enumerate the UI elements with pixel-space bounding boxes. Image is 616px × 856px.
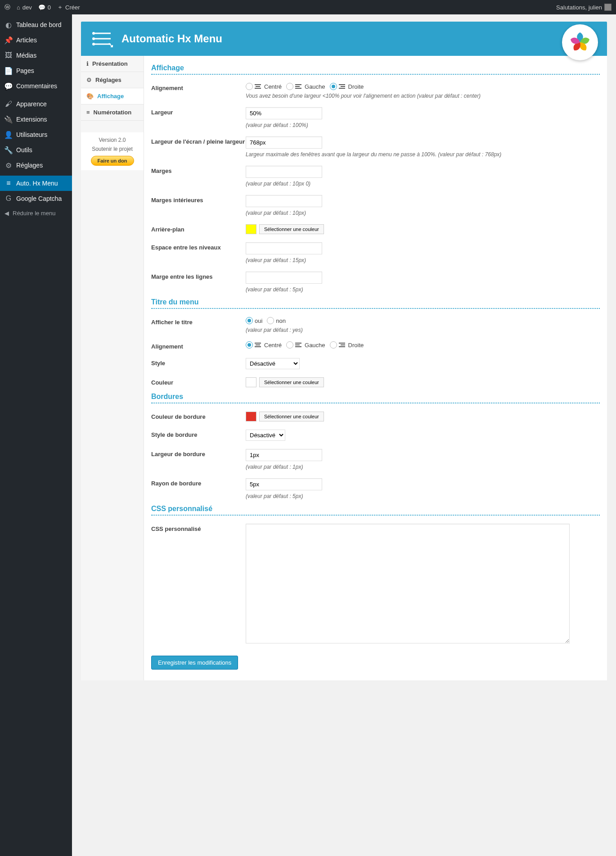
menu-label: Extensions xyxy=(16,116,47,123)
subnav-icon: ≡ xyxy=(86,109,90,116)
row-marge-lignes: Marge entre les lignes (valeur par défau… xyxy=(151,265,600,294)
subnav-item-r-glages[interactable]: ⚙Réglages xyxy=(81,72,144,88)
menu-label: Outils xyxy=(16,146,32,154)
align-droite[interactable]: Droite xyxy=(330,83,364,90)
collapse-menu[interactable]: ◀Réduire le menu xyxy=(0,206,72,220)
input-largeur-ecran[interactable] xyxy=(246,136,322,149)
sidebar-item-auto-hx-menu[interactable]: ≡Auto. Hx Menu xyxy=(0,176,72,191)
new-content[interactable]: ＋Créer xyxy=(57,3,80,11)
align-centre[interactable]: Centré xyxy=(246,83,282,90)
sidebar-item-commentaires[interactable]: 💬Commentaires xyxy=(0,78,72,94)
greeting[interactable]: Salutations, julien xyxy=(556,4,612,11)
subnav-item-pr-sentation[interactable]: ℹPrésentation xyxy=(81,56,144,72)
align-left-icon xyxy=(295,343,301,347)
sidebar-item-google-captcha[interactable]: GGoogle Captcha xyxy=(0,191,72,206)
sidebar-item-articles[interactable]: 📌Articles xyxy=(0,32,72,48)
row-alignement: Alignement Centré Gauche Droite Vous ave… xyxy=(151,77,600,101)
sidebar-item-m-dias[interactable]: 🖼Médias xyxy=(0,48,72,63)
label-bord-style: Style de bordure xyxy=(151,430,246,441)
align-right-icon xyxy=(339,343,345,347)
input-marge-lignes[interactable] xyxy=(246,272,322,284)
row-largeur: Largeur (valeur par défaut : 100%) xyxy=(151,101,600,130)
label-custom-css: CSS personnalisé xyxy=(151,524,246,645)
row-couleur: Couleur Sélectionner une couleur xyxy=(151,371,600,389)
sidebar-item-extensions[interactable]: 🔌Extensions xyxy=(0,112,72,127)
menu-icon: 📄 xyxy=(4,67,13,75)
textarea-custom-css[interactable] xyxy=(246,524,570,643)
sidebar-item-apparence[interactable]: 🖌Apparence xyxy=(0,96,72,112)
sidebar-item-pages[interactable]: 📄Pages xyxy=(0,63,72,78)
swatch-arriere[interactable] xyxy=(246,224,256,234)
subnav-item-affichage[interactable]: 🎨Affichage xyxy=(81,88,144,104)
align-gauche[interactable]: Gauche xyxy=(286,83,325,90)
color-btn-arriere[interactable]: Sélectionner une couleur xyxy=(259,224,324,234)
submit-button[interactable]: Enregistrer les modifications xyxy=(151,656,238,670)
sidebar-item-outils[interactable]: 🔧Outils xyxy=(0,142,72,158)
input-marges[interactable] xyxy=(246,166,322,178)
label-marges: Marges xyxy=(151,166,246,187)
sidebar-item-utilisateurs[interactable]: 👤Utilisateurs xyxy=(0,127,72,142)
wp-logo[interactable]: ⓦ xyxy=(4,3,10,11)
talign-gauche[interactable]: Gauche xyxy=(286,341,325,349)
plugin-banner: Automatic Hx Menu xyxy=(81,22,607,56)
menu-label: Utilisateurs xyxy=(16,131,47,138)
color-btn-couleur[interactable]: Sélectionner une couleur xyxy=(259,377,324,387)
menu-icon: 🖌 xyxy=(4,100,13,108)
section-titre-menu: Titre du menu xyxy=(151,298,600,309)
comments-count[interactable]: 💬0 xyxy=(38,4,51,11)
site-name[interactable]: ⌂dev xyxy=(17,4,32,11)
color-btn-bord[interactable]: Sélectionner une couleur xyxy=(259,412,324,421)
menu-label: Pages xyxy=(16,67,34,74)
row-title-align: Alignement Centré Gauche Droite xyxy=(151,335,600,352)
row-custom-css: CSS personnalisé xyxy=(151,517,600,647)
select-style[interactable]: Désactivé xyxy=(246,358,300,369)
select-bord-style[interactable]: Désactivé xyxy=(246,430,285,441)
input-largeur[interactable] xyxy=(246,107,322,119)
form-area: Affichage Alignement Centré Gauche Droit… xyxy=(144,56,607,680)
hint-marge-lignes: (valeur par défaut : 5px) xyxy=(246,286,600,293)
donate-button[interactable]: Faire un don xyxy=(91,156,134,166)
sidebar-item-r-glages[interactable]: ⚙Réglages xyxy=(0,158,72,173)
row-marges-int: Marges intérieures (valeur par défaut : … xyxy=(151,189,600,218)
label-bord-color: Couleur de bordure xyxy=(151,412,246,421)
plugin-badge-icon xyxy=(562,24,598,60)
label-style: Style xyxy=(151,358,246,369)
label-largeur: Largeur xyxy=(151,107,246,128)
row-largeur-ecran: Largeur de l'écran / pleine largeur Larg… xyxy=(151,130,600,159)
talign-droite[interactable]: Droite xyxy=(330,341,364,349)
row-espace: Espace entre les niveaux (valeur par déf… xyxy=(151,236,600,265)
swatch-bord-color[interactable] xyxy=(246,412,256,421)
align-center-icon xyxy=(255,84,261,89)
input-bord-width[interactable] xyxy=(246,449,322,461)
label-espace: Espace entre les niveaux xyxy=(151,242,246,263)
subnav-item-num-rotation[interactable]: ≡Numérotation xyxy=(81,104,144,121)
menu-label: Tableau de bord xyxy=(16,21,61,28)
settings-panel: ℹPrésentation⚙Réglages🎨Affichage≡Numérot… xyxy=(81,56,607,680)
subnav-label: Numérotation xyxy=(94,109,132,116)
talign-centre[interactable]: Centré xyxy=(246,341,282,349)
sidebar-item-tableau-de-bord[interactable]: ◐Tableau de bord xyxy=(0,17,72,32)
menu-icon: 🖼 xyxy=(4,51,13,59)
label-title-align: Alignement xyxy=(151,341,246,350)
svg-point-4 xyxy=(92,37,95,40)
avatar xyxy=(604,4,612,11)
radio-non[interactable]: non xyxy=(267,317,286,324)
row-style: Style Désactivé xyxy=(151,352,600,371)
hint-marges: (valeur par défaut : 10px 0) xyxy=(246,181,600,187)
swatch-couleur[interactable] xyxy=(246,377,256,387)
label-bord-radius: Rayon de bordure xyxy=(151,478,246,499)
radio-oui[interactable]: oui xyxy=(246,317,262,324)
subnav-icon: 🎨 xyxy=(86,93,94,100)
menu-icon: 📌 xyxy=(4,36,13,44)
align-left-icon xyxy=(295,84,301,89)
hint-bord-radius: (valeur par défaut : 5px) xyxy=(246,493,600,499)
hint-largeur-ecran: Largeur maximale des fenêtres avant que … xyxy=(246,151,600,158)
input-espace[interactable] xyxy=(246,242,322,254)
subnav-icon: ℹ xyxy=(86,60,89,67)
input-marges-int[interactable] xyxy=(246,195,322,207)
label-alignement: Alignement xyxy=(151,83,246,99)
menu-label: Google Captcha xyxy=(16,195,62,202)
hint-marges-int: (valeur par défaut : 10px) xyxy=(246,210,600,216)
subnav-label: Réglages xyxy=(95,77,121,83)
input-bord-radius[interactable] xyxy=(246,478,322,490)
